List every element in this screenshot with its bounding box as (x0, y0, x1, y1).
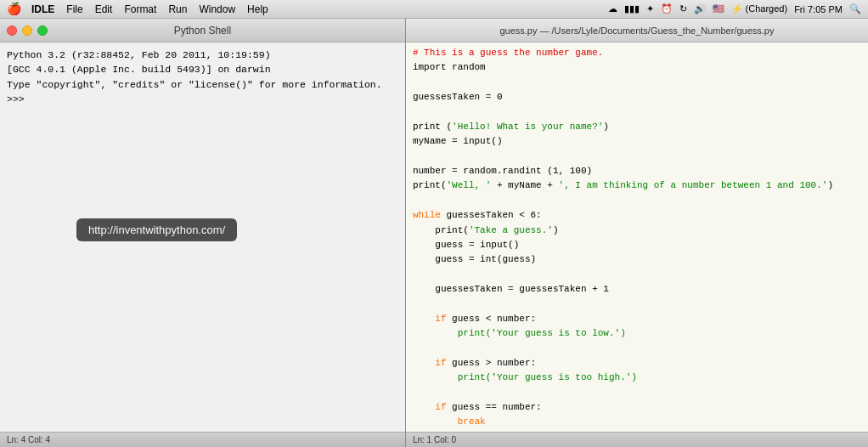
code-line-4: guessesTaken = 0 (413, 90, 861, 105)
shell-title: Python Shell (174, 25, 231, 37)
code-line-1: # This is a guess the number game. (413, 46, 861, 60)
code-line-7: myName = input() (413, 134, 861, 149)
refresh-icon: ↻ (679, 3, 687, 14)
editor-panel: guess.py — /Users/Lyle/Documents/Guess_t… (406, 19, 868, 447)
code-line-16 (413, 268, 861, 282)
code-line-5 (413, 105, 861, 120)
code-line-26: break (413, 415, 861, 429)
code-line-25: if guess == number: (413, 400, 861, 415)
code-line-20: print('Your guess is to low.') (413, 326, 861, 341)
shell-titlebar: Python Shell (0, 19, 405, 42)
shell-line-4: >>> (7, 92, 398, 106)
code-line-17: guessesTaken = guessesTaken + 1 (413, 282, 861, 297)
editor-titlebar: guess.py — /Users/Lyle/Documents/Guess_t… (406, 19, 868, 42)
search-icon[interactable]: 🔍 (849, 3, 861, 14)
code-line-11 (413, 194, 861, 208)
code-line-6: print ('Hello! What is your name?') (413, 120, 861, 134)
shell-status-ln-col: Ln: 4 Col: 4 (7, 435, 50, 444)
menubar-run[interactable]: Run (168, 3, 187, 15)
code-line-22: if guess > number: (413, 356, 861, 371)
editor-status-ln-col: Ln: 1 Col: 0 (413, 435, 456, 444)
menubar-window[interactable]: Window (199, 3, 235, 15)
editor-title: guess.py — /Users/Lyle/Documents/Guess_t… (499, 25, 774, 36)
main-area: Python Shell Python 3.2 (r32:88452, Feb … (0, 19, 868, 447)
code-line-18 (413, 297, 861, 311)
cloud-icon: ☁ (608, 3, 617, 14)
menubar: 🍎 IDLE File Edit Format Run Window Help … (0, 0, 868, 19)
menubar-help[interactable]: Help (247, 3, 268, 15)
maximize-button[interactable] (37, 25, 48, 36)
menubar-edit[interactable]: Edit (95, 3, 113, 15)
code-line-3 (413, 76, 861, 90)
window-controls (7, 25, 48, 36)
minimize-button[interactable] (22, 25, 32, 36)
code-line-23: print('Your guess is too high.') (413, 371, 861, 385)
code-line-24 (413, 386, 861, 400)
code-line-8 (413, 150, 861, 164)
code-line-15: guess = int(guess) (413, 252, 861, 267)
flag-icon: 🇺🇸 (713, 3, 724, 14)
datetime: Fri 7:05 PM (794, 4, 843, 14)
shell-statusbar: Ln: 4 Col: 4 (0, 432, 405, 447)
battery-indicator: ▮▮▮ (624, 3, 640, 14)
time-machine-icon: ⏰ (661, 3, 673, 14)
code-line-13: print('Take a guess.') (413, 224, 861, 238)
code-line-9: number = random.randint (1, 100) (413, 164, 861, 178)
code-line-21 (413, 342, 861, 356)
shell-panel: Python Shell Python 3.2 (r32:88452, Feb … (0, 19, 406, 447)
volume-icon: 🔊 (694, 3, 706, 14)
menubar-format[interactable]: Format (124, 3, 156, 15)
code-line-12: while guessesTaken < 6: (413, 208, 861, 223)
menubar-right: ☁ ▮▮▮ ✦ ⏰ ↻ 🔊 🇺🇸 ⚡ (Charged) Fri 7:05 PM… (608, 3, 861, 14)
battery-status: ⚡ (Charged) (731, 3, 788, 14)
editor-statusbar: Ln: 1 Col: 0 (406, 432, 868, 447)
menubar-file[interactable]: File (66, 3, 82, 15)
code-line-2: import random (413, 60, 861, 75)
shell-line-3: Type "copyright", "credits" or "license(… (7, 77, 398, 92)
bluetooth-icon: ✦ (646, 3, 654, 14)
close-button[interactable] (7, 25, 17, 36)
shell-line-1: Python 3.2 (r32:88452, Feb 20 2011, 10:1… (7, 48, 398, 62)
menubar-idle[interactable]: IDLE (31, 3, 54, 15)
code-line-14: guess = input() (413, 238, 861, 252)
apple-menu[interactable]: 🍎 (7, 2, 21, 16)
code-line-19: if guess < number: (413, 312, 861, 326)
code-line-10: print('Well, ' + myName + ', I am thinki… (413, 178, 861, 193)
editor-content[interactable]: # This is a guess the number game. impor… (406, 42, 868, 432)
shell-content[interactable]: Python 3.2 (r32:88452, Feb 20 2011, 10:1… (0, 42, 405, 432)
shell-line-2: [GCC 4.0.1 (Apple Inc. build 5493)] on d… (7, 62, 398, 76)
